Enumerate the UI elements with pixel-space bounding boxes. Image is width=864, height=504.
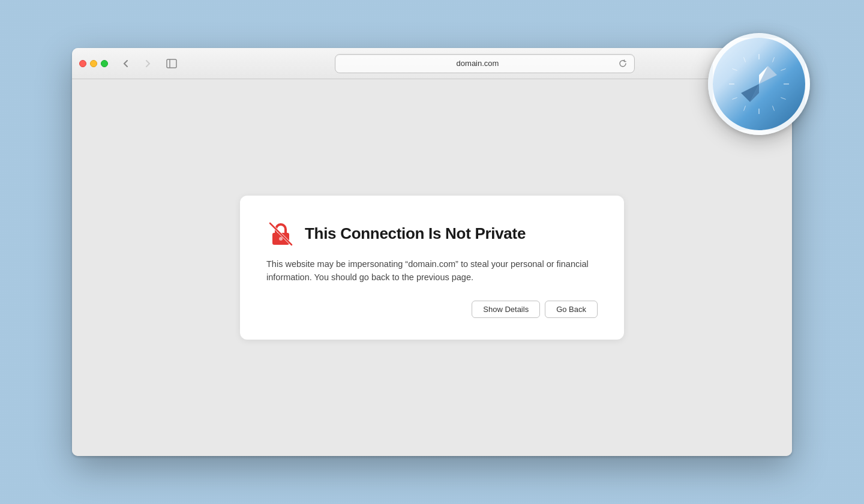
address-bar-wrapper: domain.com xyxy=(335,54,635,73)
close-button[interactable] xyxy=(79,60,86,67)
svg-line-6 xyxy=(781,98,785,100)
svg-line-11 xyxy=(744,57,746,62)
error-card: This Connection Is Not Private This webs… xyxy=(240,196,624,340)
go-back-button[interactable]: Go Back xyxy=(545,301,598,318)
svg-point-21 xyxy=(279,237,283,241)
url-text: domain.com xyxy=(341,59,614,68)
error-description: This website may be impersonating “domai… xyxy=(266,258,598,284)
reload-button[interactable] xyxy=(617,58,628,69)
svg-line-7 xyxy=(773,106,775,110)
svg-line-10 xyxy=(732,69,737,71)
error-title: This Connection Is Not Private xyxy=(305,224,526,243)
error-actions: Show Details Go Back xyxy=(266,301,598,318)
back-button[interactable] xyxy=(118,55,134,72)
svg-line-5 xyxy=(781,69,785,71)
forward-button[interactable] xyxy=(139,55,156,72)
svg-line-8 xyxy=(744,106,746,110)
maximize-button[interactable] xyxy=(101,60,108,67)
sidebar-toggle-button[interactable] xyxy=(163,55,180,72)
not-private-icon xyxy=(266,220,295,248)
safari-icon xyxy=(708,33,810,135)
error-header: This Connection Is Not Private xyxy=(266,220,598,248)
svg-line-4 xyxy=(773,57,775,62)
browser-window: domain.com xyxy=(72,48,792,456)
minimize-button[interactable] xyxy=(90,60,97,67)
browser-content: This Connection Is Not Private This webs… xyxy=(72,79,792,456)
address-bar[interactable]: domain.com xyxy=(335,54,635,73)
svg-line-9 xyxy=(732,98,737,100)
traffic-lights xyxy=(79,60,108,67)
show-details-button[interactable]: Show Details xyxy=(472,301,540,318)
browser-toolbar: domain.com xyxy=(72,48,792,79)
svg-rect-16 xyxy=(167,59,176,68)
